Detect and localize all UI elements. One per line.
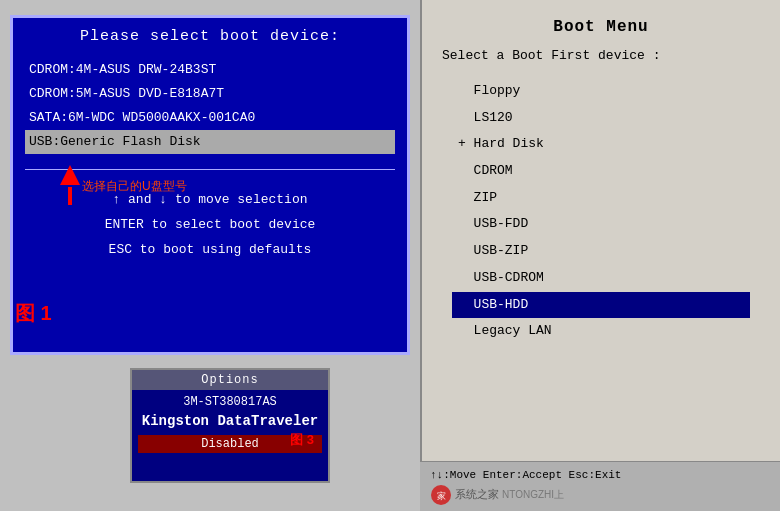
boot-menu-nav-hint: ↑↓:Move Enter:Accept Esc:Exit xyxy=(430,467,770,484)
bios-footer-line2: ENTER to select boot device xyxy=(43,213,377,238)
boot-menu-panel: Boot Menu Select a Boot First device : F… xyxy=(420,0,780,511)
boot-item-cdrom[interactable]: CDROM xyxy=(452,158,750,185)
boot-item-zip[interactable]: ZIP xyxy=(452,185,750,212)
bios-device-3[interactable]: SATA:6M-WDC WD5000AAKX-001CA0 xyxy=(25,106,395,130)
boot-item-usbfdd[interactable]: USB-FDD xyxy=(452,211,750,238)
boot-menu-items: Floppy LS120 + Hard Disk CDROM ZIP USB-F… xyxy=(422,73,780,350)
svg-text:家: 家 xyxy=(437,491,446,501)
bios-device-2[interactable]: CDROM:5M-ASUS DVD-E818A7T xyxy=(25,82,395,106)
bios-title: Please select boot device: xyxy=(13,18,407,53)
boot-menu-bottom-bar: ↑↓:Move Enter:Accept Esc:Exit 家 系统之家 NTO… xyxy=(420,461,780,511)
watermark-logo-icon: 家 xyxy=(430,484,452,506)
boot-item-legacylan[interactable]: Legacy LAN xyxy=(452,318,750,345)
watermark: 家 系统之家 NTONGZHI上 xyxy=(430,484,770,506)
boot-menu-subtitle: Select a Boot First device : xyxy=(422,48,780,73)
figure-1-label: 图 1 xyxy=(15,300,52,327)
boot-item-usbzip[interactable]: USB-ZIP xyxy=(452,238,750,265)
options-item-disabled: Disabled 图 3 xyxy=(138,435,322,453)
bios-device-1[interactable]: CDROM:4M-ASUS DRW-24B3ST xyxy=(25,58,395,82)
options-box: Options 3M-ST380817AS Kingston DataTrave… xyxy=(130,368,330,483)
arrow-stem xyxy=(68,187,72,205)
options-item-hdd: 3M-ST380817AS xyxy=(132,390,328,411)
figure-3-label: 图 3 xyxy=(290,431,314,449)
boot-item-ls120[interactable]: LS120 xyxy=(452,105,750,132)
arrow-annotation xyxy=(60,165,80,205)
boot-item-floppy[interactable]: Floppy xyxy=(452,78,750,105)
boot-item-usbhdd-selected[interactable]: USB-HDD xyxy=(452,292,750,319)
arrow-up-icon xyxy=(60,165,80,185)
annotation-label: 选择自己的U盘型号 xyxy=(82,178,187,195)
boot-item-harddisk[interactable]: + Hard Disk xyxy=(452,131,750,158)
bios-device-4-selected[interactable]: USB:Generic Flash Disk xyxy=(25,130,395,154)
bios-divider xyxy=(25,169,395,170)
boot-item-usbcdrom[interactable]: USB-CDROM xyxy=(452,265,750,292)
options-item-kingston: Kingston DataTraveler xyxy=(132,411,328,431)
options-title: Options xyxy=(132,370,328,390)
boot-menu-title: Boot Menu xyxy=(422,0,780,48)
bios-device-list: CDROM:4M-ASUS DRW-24B3ST CDROM:5M-ASUS D… xyxy=(13,53,407,159)
bios-footer-line3: ESC to boot using defaults xyxy=(43,238,377,263)
